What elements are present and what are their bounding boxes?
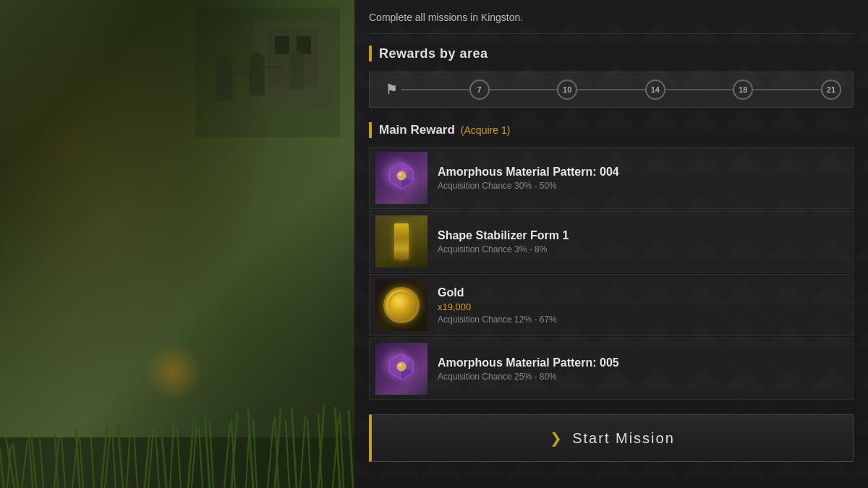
acquire-text: (Acquire 1) bbox=[461, 124, 510, 136]
node-21: 21 bbox=[821, 80, 841, 100]
progress-nodes: ⚑ 7 10 14 18 21 bbox=[381, 80, 841, 100]
reward-list: Amorphous Material Pattern: 004 Acquisit… bbox=[369, 147, 854, 400]
start-mission-container: ❯ Start Mission bbox=[369, 414, 854, 462]
reward-info-amorphous-005: Amorphous Material Pattern: 005 Acquisit… bbox=[438, 356, 847, 382]
amorphous-crystal-005-icon bbox=[386, 351, 417, 388]
progress-node-18: 18 bbox=[733, 80, 753, 100]
node-18: 18 bbox=[733, 80, 753, 100]
game-screenshot-panel bbox=[0, 0, 354, 488]
progress-connector-5 bbox=[753, 89, 821, 90]
reward-quantity-gold: x19,000 bbox=[438, 301, 847, 312]
svg-point-72 bbox=[399, 173, 401, 176]
svg-point-71 bbox=[397, 171, 406, 180]
reward-chance-amorphous-004: Acquisition Chance 30% - 50% bbox=[438, 181, 847, 191]
svg-rect-12 bbox=[289, 64, 304, 90]
right-panel: Complete all missions in Kingston. Rewar… bbox=[354, 0, 868, 488]
main-reward-title: Main Reward bbox=[379, 123, 455, 137]
reward-chance-gold: Acquisition Chance 12% - 67% bbox=[438, 314, 847, 325]
reward-chance-amorphous-005: Acquisition Chance 25% - 80% bbox=[438, 372, 847, 382]
progress-bar-container: ⚑ 7 10 14 18 21 bbox=[369, 72, 854, 108]
reward-name-gold: Gold bbox=[438, 286, 847, 299]
node-10: 10 bbox=[557, 80, 577, 100]
progress-node-flag: ⚑ bbox=[381, 80, 401, 100]
svg-rect-10 bbox=[264, 66, 284, 69]
reward-item-shape-stabilizer: Shape Stabilizer Form 1 Acquisition Chan… bbox=[369, 210, 854, 273]
svg-rect-9 bbox=[249, 68, 265, 95]
gold-coin-icon bbox=[383, 287, 420, 323]
svg-point-77 bbox=[397, 362, 406, 371]
start-mission-label: Start Mission bbox=[572, 430, 675, 447]
amorphous-crystal-icon bbox=[386, 160, 417, 197]
progress-node-14: 14 bbox=[645, 80, 665, 100]
reward-info-amorphous-004: Amorphous Material Pattern: 004 Acquisit… bbox=[438, 166, 847, 191]
reward-info-gold: Gold x19,000 Acquisition Chance 12% - 67… bbox=[438, 286, 847, 325]
section-border-accent bbox=[369, 46, 372, 61]
grass-art bbox=[0, 343, 354, 488]
reward-icon-gold bbox=[375, 279, 427, 331]
start-mission-arrow-icon: ❯ bbox=[550, 429, 563, 447]
svg-rect-3 bbox=[275, 36, 289, 54]
reward-name-amorphous-005: Amorphous Material Pattern: 005 bbox=[438, 356, 847, 369]
rewards-area-title: Rewards by area bbox=[379, 46, 488, 61]
rewards-area-header: Rewards by area bbox=[369, 46, 854, 61]
reward-icon-amorphous-005 bbox=[375, 343, 427, 395]
progress-node-21: 21 bbox=[821, 80, 841, 100]
stabilizer-bar-icon bbox=[394, 223, 409, 260]
progress-node-10: 10 bbox=[557, 80, 577, 100]
flag-node: ⚑ bbox=[381, 80, 401, 100]
progress-node-7: 7 bbox=[469, 80, 490, 100]
progress-connector-3 bbox=[577, 89, 645, 90]
progress-connector-4 bbox=[665, 89, 733, 90]
reward-item-amorphous-005: Amorphous Material Pattern: 005 Acquisit… bbox=[369, 338, 854, 400]
reward-info-stabilizer: Shape Stabilizer Form 1 Acquisition Chan… bbox=[438, 229, 847, 254]
start-mission-button[interactable]: ❯ Start Mission bbox=[369, 414, 854, 462]
reward-icon-stabilizer bbox=[375, 215, 427, 267]
objective-text: Complete all missions in Kingston. bbox=[369, 6, 854, 34]
node-7: 7 bbox=[469, 80, 490, 100]
main-reward-header: Main Reward (Acquire 1) bbox=[369, 122, 854, 138]
reward-item-gold: Gold x19,000 Acquisition Chance 12% - 67… bbox=[369, 274, 854, 336]
soldiers-art bbox=[195, 7, 340, 137]
node-14: 14 bbox=[645, 80, 665, 100]
svg-point-11 bbox=[289, 49, 304, 67]
progress-connector-1 bbox=[401, 89, 469, 90]
reward-chance-stabilizer: Acquisition Chance 3% - 8% bbox=[438, 244, 847, 254]
reward-name-stabilizer: Shape Stabilizer Form 1 bbox=[438, 229, 847, 242]
svg-point-78 bbox=[399, 364, 401, 367]
reward-icon-amorphous-004 bbox=[375, 152, 427, 204]
reward-item-amorphous-004: Amorphous Material Pattern: 004 Acquisit… bbox=[369, 147, 854, 209]
svg-rect-6 bbox=[216, 72, 233, 101]
svg-point-5 bbox=[216, 55, 233, 75]
progress-connector-2 bbox=[490, 89, 558, 90]
section-border-accent-2 bbox=[369, 122, 372, 138]
reward-name-amorphous-004: Amorphous Material Pattern: 004 bbox=[438, 166, 847, 179]
